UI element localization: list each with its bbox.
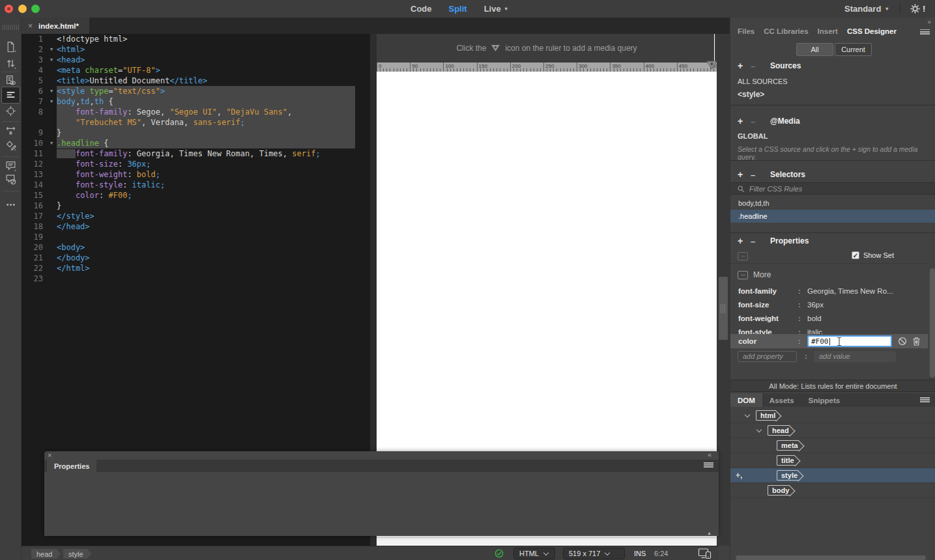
code-line[interactable]: 5<title>Untitled Document</title>	[22, 76, 370, 86]
tab-snippets[interactable]: Snippets	[801, 393, 848, 407]
source-item-style[interactable]: <style>	[738, 90, 764, 99]
all-mode-button[interactable]: All	[796, 43, 833, 56]
add-selector-button[interactable]: +	[738, 169, 751, 180]
tab-cc-libraries[interactable]: CC Libraries	[764, 27, 808, 35]
toolbar-grip[interactable]	[3, 25, 19, 30]
code-line[interactable]: 2▼<html>	[22, 44, 370, 55]
ruler[interactable]: 050100150200250300350400450500	[377, 63, 717, 72]
file-transfer-icon[interactable]	[5, 58, 16, 69]
dom-node-title[interactable]: title	[730, 453, 935, 468]
code-line[interactable]: 7▼body,td,th {	[22, 96, 370, 107]
close-window-button[interactable]	[5, 5, 13, 13]
minimize-window-button[interactable]	[18, 5, 27, 13]
media-item-global[interactable]: GLOBAL	[738, 132, 768, 140]
code-line[interactable]: 13 font-weight: bold;	[22, 169, 370, 180]
remove-comment-icon[interactable]	[5, 174, 16, 185]
remove-property-button[interactable]: –	[751, 236, 765, 246]
add-media-button[interactable]: +	[738, 116, 751, 126]
fold-arrow-icon[interactable]: ▼	[46, 96, 57, 107]
live-code-icon[interactable]	[5, 75, 16, 86]
tab-files[interactable]: Files	[738, 27, 755, 35]
code-line[interactable]: "Trebuchet MS", Verdana, sans-serif;	[22, 117, 370, 128]
dom-node-head[interactable]: head	[730, 423, 935, 438]
code-line[interactable]: 12 font-size: 36px;	[22, 159, 370, 169]
delete-property-icon[interactable]	[912, 337, 921, 346]
fold-arrow-icon[interactable]: ▼	[46, 86, 57, 96]
tab-css-designer[interactable]: CSS Designer	[847, 27, 897, 35]
vertical-scrollbar[interactable]	[717, 34, 730, 546]
dom-node-style-selected[interactable]: +, style	[730, 468, 935, 483]
tab-insert[interactable]: Insert	[818, 27, 838, 35]
code-line[interactable]: 10▼.headline {	[22, 138, 370, 148]
fold-arrow-icon[interactable]: ▼	[46, 138, 57, 148]
code-line[interactable]: 6▼<style type="text/css">	[22, 86, 370, 96]
zoom-window-button[interactable]	[31, 5, 40, 13]
code-line[interactable]: 16}	[22, 201, 370, 211]
panel-scrollbar-thumb[interactable]	[930, 268, 935, 378]
tab-assets[interactable]: Assets	[762, 393, 801, 407]
expand-panel-icon[interactable]: ▲	[707, 531, 712, 535]
code-line[interactable]: 19	[22, 232, 370, 242]
split-view-button[interactable]: Split	[449, 4, 467, 14]
panel-menu-icon[interactable]	[920, 29, 930, 36]
lint-ok-icon[interactable]	[495, 549, 504, 560]
code-line[interactable]: 18</head>	[22, 221, 370, 232]
close-tab-icon[interactable]: ×	[28, 21, 33, 31]
view-size-dropdown[interactable]: 519 x 717	[563, 548, 625, 559]
current-mode-button[interactable]: Current	[835, 43, 872, 56]
inspect-icon[interactable]	[5, 105, 16, 117]
code-line[interactable]: 15 color: #F00;	[22, 190, 370, 201]
code-line[interactable]: 4<meta charset="UTF-8">	[22, 65, 370, 76]
add-value-input[interactable]: add value	[814, 351, 896, 362]
code-line[interactable]: 17</style>	[22, 211, 370, 221]
code-line[interactable]: 11 font-family: Georgia, Times New Roman…	[22, 148, 370, 159]
remove-media-button[interactable]: –	[751, 117, 765, 126]
remove-selector-button[interactable]: –	[751, 170, 765, 180]
fold-arrow-icon[interactable]: ▼	[46, 44, 57, 55]
collapse-panel-icon[interactable]: «	[708, 451, 711, 458]
color-value-input[interactable]: #F00	[807, 335, 892, 347]
add-property-button[interactable]: +	[738, 236, 751, 246]
tab-dom[interactable]: DOM	[730, 393, 762, 407]
add-property-input[interactable]: add property	[738, 351, 797, 362]
code-line[interactable]: 14 font-style: italic;	[22, 180, 370, 190]
workspace-dropdown[interactable]: Standard ▾	[844, 0, 888, 18]
scrollbar-thumb[interactable]	[719, 277, 728, 340]
sync-settings-button[interactable]: !	[910, 0, 925, 18]
selector-item[interactable]: body,td,th	[730, 197, 935, 210]
property-row-color-editing[interactable]: color: #F00	[730, 334, 928, 348]
more-category-icon[interactable]: ···	[738, 252, 748, 260]
panel-overflow-icon[interactable]: »	[927, 18, 930, 25]
code-view-button[interactable]: Code	[410, 4, 432, 14]
chevron-down-icon[interactable]	[756, 427, 762, 432]
show-set-checkbox[interactable]: ✓ Show Set	[852, 251, 894, 259]
live-view-dropdown[interactable]: Live ▾	[484, 4, 508, 14]
fold-arrow-icon[interactable]: ▼	[46, 55, 57, 65]
property-row[interactable]: font-size:36px	[730, 298, 928, 311]
design-horizontal-scrollbar[interactable]	[377, 537, 717, 546]
tab-properties[interactable]: Properties	[47, 460, 96, 472]
code-line[interactable]: 3▼<head>	[22, 55, 370, 65]
tag-breadcrumb-style[interactable]: style	[63, 549, 92, 559]
wrap-tag-icon[interactable]	[5, 125, 16, 136]
dom-horizontal-scrollbar[interactable]	[736, 555, 926, 560]
property-row[interactable]: font-family:Georgia, Times New Ro...	[730, 285, 928, 297]
selector-item-selected[interactable]: .headline	[730, 210, 935, 223]
code-line[interactable]: 22</html>	[22, 263, 370, 273]
code-line[interactable]: 9}	[22, 128, 370, 138]
dom-node-body[interactable]: body	[730, 483, 935, 498]
checkbox-checked-icon[interactable]: ✓	[852, 251, 859, 259]
media-query-bar[interactable]: Click the icon on the ruler to add a med…	[377, 34, 717, 63]
file-icon[interactable]	[5, 41, 16, 52]
code-line[interactable]: 21</body>	[22, 253, 370, 263]
dom-node-html[interactable]: html	[730, 408, 935, 423]
remove-source-button[interactable]: –	[751, 61, 765, 71]
device-preview-icon[interactable]	[698, 548, 712, 560]
chevron-down-icon[interactable]	[745, 412, 750, 417]
tag-breadcrumb-head[interactable]: head	[31, 549, 61, 559]
code-line[interactable]: 23	[22, 273, 370, 284]
code-line[interactable]: 8 font-family: Segoe, "Segoe UI", "DejaV…	[22, 107, 370, 117]
dom-node-meta[interactable]: meta	[730, 438, 935, 453]
code-line[interactable]: 20<body>	[22, 242, 370, 253]
document-tab[interactable]: × index.html*	[22, 18, 89, 34]
